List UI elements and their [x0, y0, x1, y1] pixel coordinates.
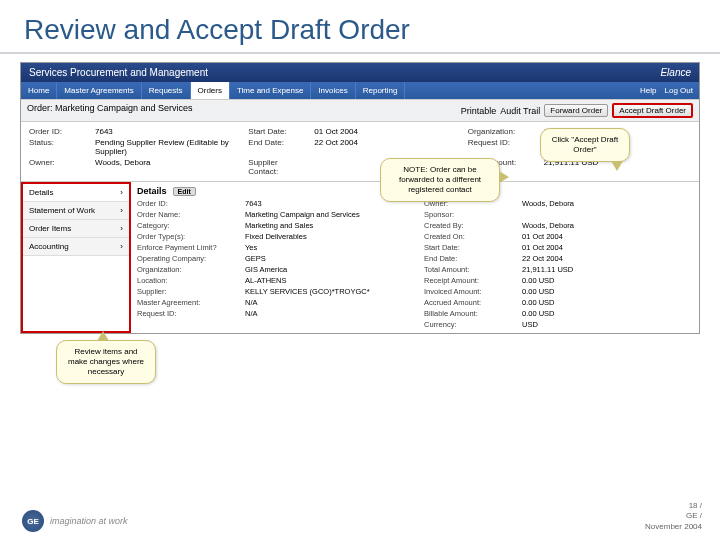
field-value: Marketing Campaign and Services [245, 210, 416, 219]
value: 7643 [95, 127, 242, 136]
field-label: End Date: [424, 254, 514, 263]
field-label: Master Agreement: [137, 298, 237, 307]
value: 22 Oct 2004 [314, 138, 461, 156]
field-label [137, 320, 237, 329]
field-value: 0.00 USD [522, 309, 693, 318]
label: Owner: [29, 158, 89, 176]
tagline: imagination at work [50, 516, 128, 526]
label: Request ID: [468, 138, 538, 156]
slide-footer: GE imagination at work 18 / GE / Novembe… [22, 501, 702, 532]
forward-order-button[interactable]: Forward Order [544, 104, 608, 117]
slide-title: Review and Accept Draft Order [0, 0, 720, 54]
field-value: Marketing and Sales [245, 221, 416, 230]
field-value: Woods, Debora [522, 221, 693, 230]
accept-draft-order-button[interactable]: Accept Draft Order [612, 103, 693, 118]
printable-link[interactable]: Printable [461, 106, 497, 116]
field-label: Request ID: [137, 309, 237, 318]
field-value: 0.00 USD [522, 298, 693, 307]
value: Pending Supplier Review (Editable by Sup… [95, 138, 242, 156]
field-label: Organization: [137, 265, 237, 274]
side-item-order-items[interactable]: Order Items› [23, 220, 129, 238]
app-screenshot: Services Procurement and Management Elan… [20, 62, 700, 334]
side-item-statement-of-work[interactable]: Statement of Work› [23, 202, 129, 220]
field-value [522, 210, 693, 219]
field-value: AL-ATHENS [245, 276, 416, 285]
label: Start Date: [248, 127, 308, 136]
nav-tab-home[interactable]: Home [21, 82, 57, 99]
field-value: 01 Oct 2004 [522, 243, 693, 252]
field-value: N/A [245, 298, 416, 307]
field-label: Currency: [424, 320, 514, 329]
field-label: Created By: [424, 221, 514, 230]
field-value: Fixed Deliverables [245, 232, 416, 241]
field-label: Created On: [424, 232, 514, 241]
nav-tab-master-agreements[interactable]: Master Agreements [57, 82, 141, 99]
app-header: Services Procurement and Management Elan… [21, 63, 699, 82]
field-label: Total Amount: [424, 265, 514, 274]
value: 01 Oct 2004 [314, 127, 461, 136]
field-value: KELLY SERVICES (GCO)*TROYGC* [245, 287, 416, 296]
app-name: Services Procurement and Management [29, 67, 208, 78]
nav-tab-reporting[interactable]: Reporting [356, 82, 406, 99]
side-item-details[interactable]: Details› [23, 184, 129, 202]
field-label: Supplier: [137, 287, 237, 296]
field-label: Start Date: [424, 243, 514, 252]
field-label: Order ID: [137, 199, 237, 208]
brand-logo: Elance [660, 67, 691, 78]
side-item-accounting[interactable]: Accounting› [23, 238, 129, 256]
field-value [245, 320, 416, 329]
nav-tab-requests[interactable]: Requests [142, 82, 191, 99]
value: Woods, Debora [95, 158, 242, 176]
field-label: Accrued Amount: [424, 298, 514, 307]
field-value: GEPS [245, 254, 416, 263]
field-label: Invoiced Amount: [424, 287, 514, 296]
nav-tab-orders[interactable]: Orders [191, 82, 230, 99]
side-nav: Details›Statement of Work›Order Items›Ac… [21, 182, 131, 333]
field-value: USD [522, 320, 693, 329]
label: Order ID: [29, 127, 89, 136]
field-label: Sponsor: [424, 210, 514, 219]
field-value: 21,911.11 USD [522, 265, 693, 274]
field-value: N/A [245, 309, 416, 318]
callout-review: Review items and make changes where nece… [56, 340, 156, 384]
company: GE / [645, 511, 702, 521]
label: Organization: [468, 127, 538, 136]
audit-link[interactable]: Audit Trail [500, 106, 540, 116]
field-label: Billable Amount: [424, 309, 514, 318]
field-label: Receipt Amount: [424, 276, 514, 285]
field-label: Enforce Payment Limit? [137, 243, 237, 252]
callout-forward: NOTE: Order can be forwarded to a differ… [380, 158, 500, 202]
details-heading: Details [137, 186, 167, 196]
nav-tab-time-and-expense[interactable]: Time and Expense [230, 82, 311, 99]
page-number: 18 / [645, 501, 702, 511]
field-value: 0.00 USD [522, 276, 693, 285]
date: November 2004 [645, 522, 702, 532]
edit-button[interactable]: Edit [173, 187, 196, 196]
field-value: Woods, Debora [522, 199, 693, 208]
logout-link[interactable]: Log Out [665, 86, 693, 95]
details-panel: Details Edit Order ID:7643Owner:Woods, D… [131, 182, 699, 333]
label: Status: [29, 138, 89, 156]
label: End Date: [248, 138, 308, 156]
ge-logo-icon: GE [22, 510, 44, 532]
field-value: 01 Oct 2004 [522, 232, 693, 241]
field-value: Yes [245, 243, 416, 252]
field-label: Category: [137, 221, 237, 230]
field-value: 22 Oct 2004 [522, 254, 693, 263]
field-label: Order Name: [137, 210, 237, 219]
help-link[interactable]: Help [640, 86, 656, 95]
field-label: Location: [137, 276, 237, 285]
field-label: Operating Company: [137, 254, 237, 263]
nav-tab-invoices[interactable]: Invoices [311, 82, 355, 99]
field-value: GIS America [245, 265, 416, 274]
callout-accept: Click "Accept Draft Order" [540, 128, 630, 162]
order-bar: Order: Marketing Campaign and Services P… [21, 99, 699, 122]
field-label: Order Type(s): [137, 232, 237, 241]
field-value: 0.00 USD [522, 287, 693, 296]
label: Supplier Contact: [248, 158, 308, 176]
top-nav: HomeMaster AgreementsRequestsOrdersTime … [21, 82, 699, 99]
order-title: Order: Marketing Campaign and Services [27, 103, 193, 118]
